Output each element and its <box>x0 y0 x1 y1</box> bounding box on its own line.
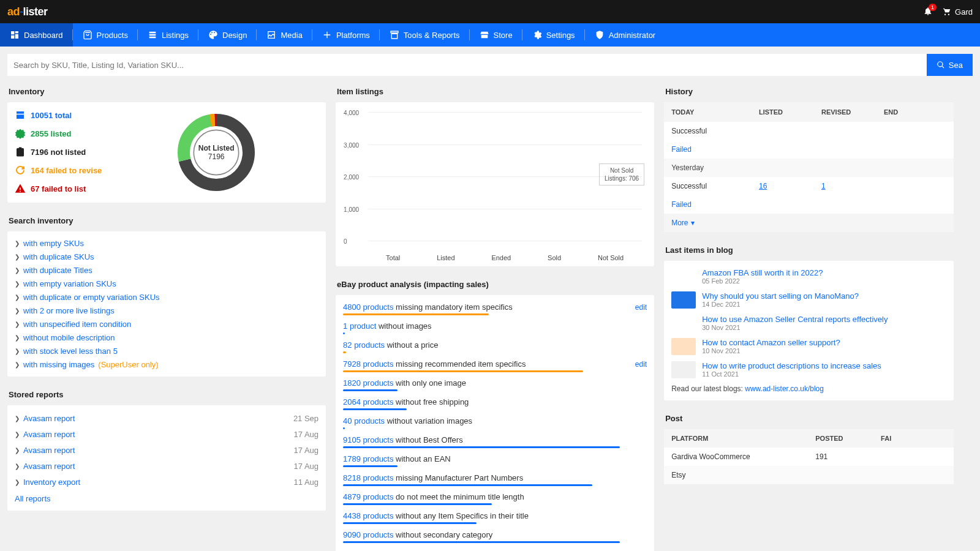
ebay-row: 1789 products without an EAN <box>343 454 647 467</box>
bell-icon[interactable]: 1 <box>923 6 933 18</box>
chart-x-label: Listed <box>437 254 454 261</box>
nav-store[interactable]: Store <box>470 23 522 47</box>
blog-thumb <box>671 338 696 355</box>
ebay-row-link[interactable]: 1789 products <box>343 454 393 463</box>
inventory-donut: Not Listed7196 <box>173 110 259 195</box>
ebay-row-link[interactable]: 1820 products <box>343 378 393 388</box>
nav-admin[interactable]: Administrator <box>585 23 666 47</box>
ebay-edit[interactable]: edit <box>635 360 647 369</box>
stored-report-row[interactable]: ❯Avasam report17 Aug <box>15 429 318 440</box>
history-row: Successful <box>664 122 954 140</box>
inv-listed[interactable]: 2855 listed <box>15 128 102 139</box>
search-inventory-item[interactable]: ❯with duplicate Titles <box>15 266 318 275</box>
ebay-row-link[interactable]: 40 products <box>343 416 385 425</box>
chevron-right-icon: ❯ <box>15 415 20 422</box>
ebay-row: 4879 products do not meet the minimum ti… <box>343 492 647 505</box>
chevron-right-icon: ❯ <box>15 447 20 454</box>
ebay-row-link[interactable]: 9090 products <box>343 530 393 539</box>
check-badge-icon <box>15 128 26 139</box>
search-inventory-item[interactable]: ❯with unspecified item condition <box>15 320 318 329</box>
ebay-row-link[interactable]: 8218 products <box>343 473 393 482</box>
inventory-title: Inventory <box>9 87 326 96</box>
stored-report-row[interactable]: ❯Avasam report17 Aug <box>15 460 318 472</box>
blog-item[interactable]: How to use Amazon Seller Central reports… <box>671 315 946 332</box>
search-inventory-item[interactable]: ❯with empty SKUs <box>15 239 318 248</box>
ebay-row-link[interactable]: 82 products <box>343 340 385 350</box>
inv-not-listed[interactable]: 7196 not listed <box>15 146 102 157</box>
blog-item[interactable]: Amazon FBA still worth it in 2022?05 Feb… <box>671 268 946 285</box>
history-row: Failed <box>664 195 954 214</box>
ebay-row-link[interactable]: 2064 products <box>343 397 393 407</box>
logo-lister: lister <box>23 6 48 18</box>
ebay-edit[interactable]: edit <box>635 303 647 312</box>
ebay-row-link[interactable]: 4438 products <box>343 511 393 520</box>
nav-settings[interactable]: Settings <box>522 23 585 47</box>
blog-thumb <box>671 268 696 285</box>
search-inventory-item[interactable]: ❯with missing images (SuperUser only) <box>15 360 318 369</box>
search-inventory-item[interactable]: ❯with empty variation SKUs <box>15 279 318 288</box>
all-reports-link[interactable]: All reports <box>15 494 51 503</box>
nav-listings[interactable]: Listings <box>138 23 198 47</box>
history-subhead: Yesterday <box>664 159 954 177</box>
blog-item[interactable]: How to contact Amazon seller support?10 … <box>671 338 946 355</box>
nav-tools[interactable]: Tools & Reports <box>380 23 470 47</box>
history-row: Successful161 <box>664 177 954 195</box>
blog-item[interactable]: Why should you start selling on ManoMano… <box>671 291 946 309</box>
blog-item[interactable]: How to write product descriptions to inc… <box>671 361 946 378</box>
chevron-right-icon: ❯ <box>15 463 20 470</box>
stored-report-row[interactable]: ❯Inventory export11 Aug <box>15 476 318 488</box>
topbar: ad-lister 1 Gard <box>0 0 980 23</box>
ebay-row-link[interactable]: 4800 products <box>343 302 393 312</box>
chevron-right-icon: ❯ <box>15 348 20 354</box>
search-inventory-title: Search inventory <box>9 216 326 225</box>
navbar: Dashboard Products Listings Design Media… <box>0 23 980 47</box>
post-title: Post <box>665 414 954 423</box>
ebay-row: 1820 products with only one image <box>343 378 647 391</box>
user-menu[interactable]: Gard <box>943 7 973 17</box>
inv-total[interactable]: 10051 total <box>15 110 102 121</box>
notification-badge: 1 <box>929 4 937 11</box>
chevron-right-icon: ❯ <box>15 280 20 287</box>
cart-icon <box>943 7 951 16</box>
search-inventory-item[interactable]: ❯with duplicate SKUs <box>15 252 318 261</box>
listings-chart: Not SoldListings: 706 01,0002,0003,0004,… <box>336 102 654 266</box>
inv-failed-list[interactable]: 67 failed to list <box>15 183 102 194</box>
search-inventory-card: ❯with empty SKUs❯with duplicate SKUs❯wit… <box>7 231 326 377</box>
ebay-analysis-card: 4800 products missing mandatory item spe… <box>336 295 654 551</box>
logo-ad: ad <box>7 6 20 18</box>
ebay-row: 4800 products missing mandatory item spe… <box>343 302 647 315</box>
search-inventory-item[interactable]: ❯with duplicate or empty variation SKUs <box>15 293 318 302</box>
ebay-row: 8218 products missing Manufacturer Part … <box>343 473 647 486</box>
search-button[interactable]: Sea <box>927 54 973 76</box>
history-card: TODAY LISTED REVISED END SuccessfulFaile… <box>664 102 954 232</box>
search-input[interactable] <box>7 54 927 76</box>
chevron-right-icon: ❯ <box>15 431 20 438</box>
ebay-row-link[interactable]: 4879 products <box>343 492 393 501</box>
logo[interactable]: ad-lister <box>7 6 48 18</box>
stored-report-row[interactable]: ❯Avasam report21 Sep <box>15 413 318 424</box>
ebay-row-link[interactable]: 1 product <box>343 321 376 331</box>
stored-report-row[interactable]: ❯Avasam report17 Aug <box>15 444 318 456</box>
search-inventory-item[interactable]: ❯with stock level less than 5 <box>15 347 318 356</box>
post-card: PLATFORM POSTED FAI Gardiva WooCommerce1… <box>664 429 954 484</box>
chart-x-label: Sold <box>548 254 561 261</box>
nav-products[interactable]: Products <box>73 23 138 47</box>
chevron-right-icon: ❯ <box>15 307 20 314</box>
clipboard-icon <box>15 146 26 157</box>
history-more[interactable]: More ▾ <box>664 214 954 232</box>
nav-media[interactable]: Media <box>257 23 312 47</box>
nav-dashboard[interactable]: Dashboard <box>0 23 73 47</box>
nav-platforms[interactable]: Platforms <box>312 23 380 47</box>
ebay-row-link[interactable]: 7928 products <box>343 359 393 369</box>
blog-link[interactable]: www.ad-lister.co.uk/blog <box>745 384 824 393</box>
search-inventory-item[interactable]: ❯with 2 or more live listings <box>15 306 318 315</box>
inventory-card: 10051 total 2855 listed 7196 not listed … <box>7 102 326 203</box>
chart-x-label: Ended <box>491 254 511 261</box>
ebay-row: 82 products without a price <box>343 340 647 353</box>
ebay-row-link[interactable]: 9105 products <box>343 435 393 444</box>
inv-failed-revise[interactable]: 164 failed to revise <box>15 165 102 176</box>
nav-design[interactable]: Design <box>198 23 257 47</box>
search-inventory-item[interactable]: ❯without mobile description <box>15 333 318 342</box>
history-row: Failed <box>664 140 954 159</box>
blog-thumb <box>671 291 696 309</box>
